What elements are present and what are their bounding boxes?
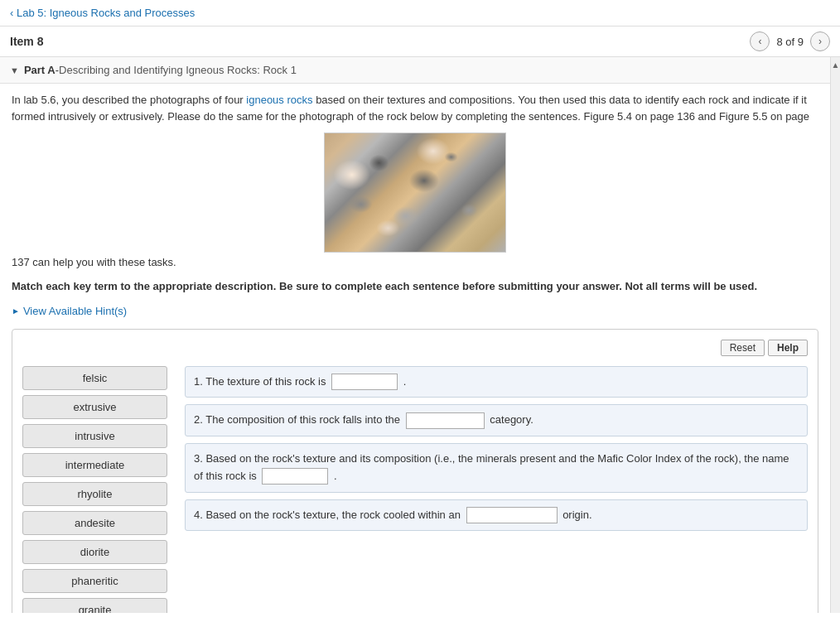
sentence-1: 1. The texture of this rock is . (185, 366, 808, 398)
hint-link[interactable]: View Available Hint(s) (23, 305, 127, 317)
terms-column: felsic extrusive intrusive intermediate … (22, 366, 171, 614)
exercise-box: Reset Help felsic extrusive intrusive in… (12, 329, 818, 614)
sentence-2: 2. The composition of this rock falls in… (185, 404, 808, 436)
term-intrusive[interactable]: intrusive (22, 424, 167, 448)
term-intermediate[interactable]: intermediate (22, 453, 167, 477)
sentence-4: 4. Based on the rock's texture, the rock… (185, 499, 808, 532)
sentence-2-before: 2. The composition of this rock falls in… (194, 413, 400, 426)
reset-button[interactable]: Reset (721, 340, 765, 356)
scrollbar[interactable]: ▲ (830, 57, 840, 613)
part-description: Describing and Identifying Igneous Rocks… (59, 64, 297, 76)
term-rhyolite[interactable]: rhyolite (22, 482, 167, 506)
term-andesite[interactable]: andesite (22, 511, 167, 535)
breadcrumb: ‹ Lab 5: Igneous Rocks and Processes (0, 0, 840, 27)
answer-blank-1[interactable] (331, 374, 398, 390)
match-instruction: Match each key term to the appropriate d… (0, 275, 830, 301)
term-felsic[interactable]: felsic (22, 366, 167, 390)
main-content: ▼ Part A - Describing and Identifying Ig… (0, 57, 830, 613)
answer-blank-4[interactable] (466, 507, 558, 523)
sentences-column: 1. The texture of this rock is . 2. The … (185, 366, 808, 614)
help-button[interactable]: Help (768, 340, 808, 356)
rock-image (324, 133, 506, 253)
description-text: In lab 5.6, you described the photograph… (0, 84, 830, 129)
term-extrusive[interactable]: extrusive (22, 395, 167, 419)
pagination-text: 8 of 9 (776, 36, 804, 48)
sentence-4-after: origin. (562, 509, 591, 521)
part-header: ▼ Part A - Describing and Identifying Ig… (0, 57, 830, 84)
description-part1: In lab 5.6, you described the photograph… (12, 94, 809, 123)
sentence-2-after: category. (490, 413, 533, 426)
content-area: ▼ Part A - Describing and Identifying Ig… (0, 57, 840, 613)
pagination: ‹ 8 of 9 › (750, 31, 830, 51)
sentence-3: 3. Based on the rock's texture and its c… (185, 443, 808, 493)
collapse-triangle-icon[interactable]: ▼ (10, 65, 19, 75)
item-header: Item 8 ‹ 8 of 9 › (0, 27, 840, 57)
term-phaneritic[interactable]: phaneritic (22, 569, 167, 593)
sentence-4-before: 4. Based on the rock's texture, the rock… (194, 509, 461, 521)
exercise-controls: Reset Help (22, 340, 808, 356)
sentence-1-before: 1. The texture of this rock is (194, 375, 326, 388)
term-diorite[interactable]: diorite (22, 540, 167, 564)
answer-blank-2[interactable] (406, 412, 485, 429)
hint-triangle-icon: ► (12, 306, 20, 316)
rock-image-container (0, 129, 830, 256)
answer-blank-3[interactable] (262, 468, 328, 485)
page-ref: 137 can help you with these tasks. (0, 256, 830, 275)
scroll-up-icon[interactable]: ▲ (832, 60, 840, 70)
exercise-columns: felsic extrusive intrusive intermediate … (22, 366, 808, 614)
sentence-1-after: . (403, 375, 407, 388)
prev-page-button[interactable]: ‹ (750, 31, 770, 51)
back-link[interactable]: ‹ Lab 5: Igneous Rocks and Processes (10, 7, 195, 19)
next-page-button[interactable]: › (810, 31, 830, 51)
sentence-3-after: . (334, 470, 337, 482)
part-label: Part A (24, 64, 56, 76)
page-ref-text: 137 can help you with these tasks. (12, 256, 176, 268)
hint-container: ► View Available Hint(s) (0, 301, 830, 325)
term-granite[interactable]: granite (22, 598, 167, 614)
item-label: Item 8 (10, 35, 43, 48)
